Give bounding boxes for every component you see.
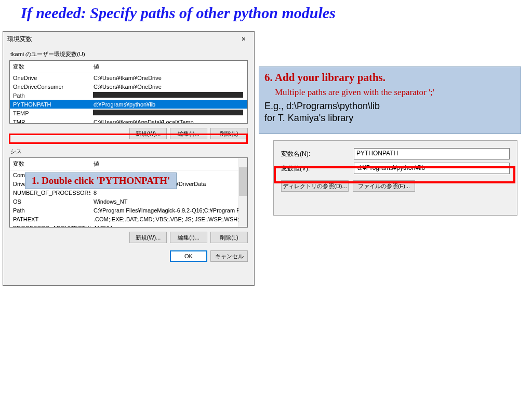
step-6-panel: 6. Add your library paths. Multiple path… — [259, 66, 521, 134]
dialog-titlebar: 環境変数 × — [3, 32, 254, 46]
ok-button[interactable]: OK — [170, 250, 207, 262]
table-row[interactable]: NUMBER_OF_PROCESSORS8 — [10, 188, 247, 197]
var-name-row: 変数名(N): PYTHONPATH — [281, 148, 510, 159]
sys-vars-table[interactable]: 変数 値 ComSpecC:¥windows¥system32¥cmd.exe … — [9, 157, 248, 228]
step-1-callout: 1. Double click 'PYTHONPATH' — [25, 172, 177, 189]
table-header: 変数 値 — [10, 61, 247, 73]
highlight-box — [9, 134, 248, 144]
dialog-footer: OK キャンセル — [9, 250, 248, 262]
table-row[interactable]: OSWindows_NT — [10, 197, 247, 206]
edit-button[interactable]: 編集(I)... — [170, 232, 207, 243]
step-6-sub: Multiple paths are given with the separa… — [275, 87, 515, 98]
table-row[interactable]: OneDriveC:¥Users¥tkami¥OneDrive — [10, 73, 247, 82]
close-icon[interactable]: × — [237, 35, 250, 43]
var-name-label: 変数名(N): — [281, 150, 354, 158]
table-row-selected[interactable]: PYTHONPATHd:¥Programs¥python¥lib — [10, 100, 247, 109]
env-vars-dialog: 環境変数 × tkami のユーザー環境変数(U) 変数 値 OneDriveC… — [3, 31, 255, 286]
table-row[interactable]: PROCESSOR_ARCHITECTUREAMD64 — [10, 223, 247, 228]
delete-button[interactable]: 削除(L) — [210, 232, 248, 243]
user-vars-label: tkami のユーザー環境変数(U) — [10, 50, 247, 58]
scrollbar[interactable] — [238, 158, 247, 227]
table-row[interactable]: TMPC:¥Users¥tkami¥AppData¥Local¥Temp — [10, 117, 247, 124]
sys-button-row: 新規(W)... 編集(I)... 削除(L) — [9, 232, 248, 243]
page-title: If needed: Specify paths of other python… — [21, 4, 336, 22]
table-row[interactable]: OneDriveConsumerC:¥Users¥tkami¥OneDrive — [10, 82, 247, 91]
step-6-text1: E.g., d:\Programs\python\lib — [264, 101, 515, 112]
sys-vars-label: シス — [10, 148, 247, 155]
step-6-title: 6. Add your library paths. — [264, 71, 515, 84]
user-vars-table[interactable]: 変数 値 OneDriveC:¥Users¥tkami¥OneDrive One… — [9, 60, 248, 124]
table-header: 変数 値 — [10, 158, 247, 170]
table-row[interactable]: Path — [10, 91, 247, 100]
new-button[interactable]: 新規(W)... — [129, 232, 167, 243]
table-row[interactable]: TEMP — [10, 109, 247, 117]
dialog-title: 環境変数 — [7, 35, 32, 44]
var-name-input[interactable]: PYTHONPATH — [354, 148, 510, 159]
step-6-text2: for T. Kamiya's library — [264, 113, 515, 124]
highlight-box — [274, 166, 515, 183]
table-row[interactable]: PathC:¥Program Files¥ImageMagick-6.9.2-Q… — [10, 206, 247, 215]
table-row[interactable]: PATHEXT.COM;.EXE;.BAT;.CMD;.VBS;.VBE;.JS… — [10, 215, 247, 223]
cancel-button[interactable]: キャンセル — [210, 250, 248, 262]
